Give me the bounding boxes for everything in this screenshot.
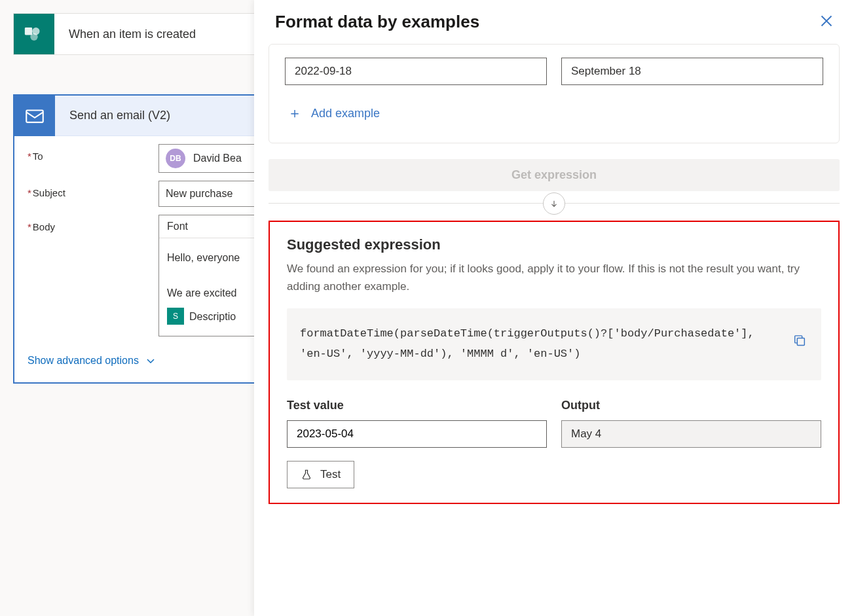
suggested-expression-heading: Suggested expression	[287, 236, 821, 253]
suggested-expression-description: We found an expression for you; if it lo…	[287, 260, 821, 295]
example-input[interactable]	[285, 58, 547, 85]
show-advanced-options[interactable]: Show advanced options	[28, 352, 156, 369]
test-value-input[interactable]	[287, 420, 547, 448]
body-label: *Body	[28, 215, 158, 232]
example-output[interactable]	[561, 58, 823, 85]
test-value-label: Test value	[287, 399, 547, 412]
arrow-down-icon	[549, 199, 559, 208]
action-title: Send an email (V2)	[55, 109, 170, 122]
divider	[269, 203, 840, 204]
test-output: May 4	[561, 420, 821, 448]
sharepoint-icon	[14, 14, 54, 54]
sharepoint-icon: S	[167, 308, 184, 325]
plus-icon: ＋	[288, 103, 302, 123]
copy-icon	[792, 333, 807, 348]
close-button[interactable]	[820, 14, 833, 29]
svg-rect-3	[26, 110, 43, 122]
svg-rect-0	[25, 27, 32, 35]
close-icon	[820, 14, 833, 27]
avatar: DB	[166, 149, 185, 168]
flask-icon	[301, 469, 312, 480]
test-button[interactable]: Test	[287, 461, 354, 488]
add-example-button[interactable]: ＋ Add example	[285, 100, 382, 127]
copy-button[interactable]	[792, 333, 807, 355]
svg-rect-4	[797, 338, 804, 346]
chevron-down-icon	[145, 355, 156, 366]
to-value: David Bea	[193, 153, 242, 164]
examples-card: ＋ Add example	[269, 44, 840, 143]
description-token[interactable]: S Descriptio	[167, 308, 236, 325]
suggested-expression-card: Suggested expression We found an express…	[269, 221, 840, 504]
panel-title: Format data by examples	[275, 12, 479, 32]
to-label: *To	[28, 144, 158, 162]
svg-point-2	[30, 33, 37, 41]
output-label: Output	[561, 399, 821, 412]
trigger-title: When an item is created	[54, 27, 196, 41]
get-expression-button[interactable]: Get expression	[269, 159, 840, 191]
expression-code: formatDateTime(parseDateTime(triggerOutp…	[300, 324, 758, 364]
expand-arrow[interactable]	[543, 192, 565, 215]
outlook-icon	[14, 96, 55, 136]
format-data-panel: Format data by examples ＋ Add example Ge…	[254, 0, 854, 616]
subject-label: *Subject	[28, 181, 158, 198]
expression-code-block: formatDateTime(parseDateTime(triggerOutp…	[287, 308, 821, 380]
